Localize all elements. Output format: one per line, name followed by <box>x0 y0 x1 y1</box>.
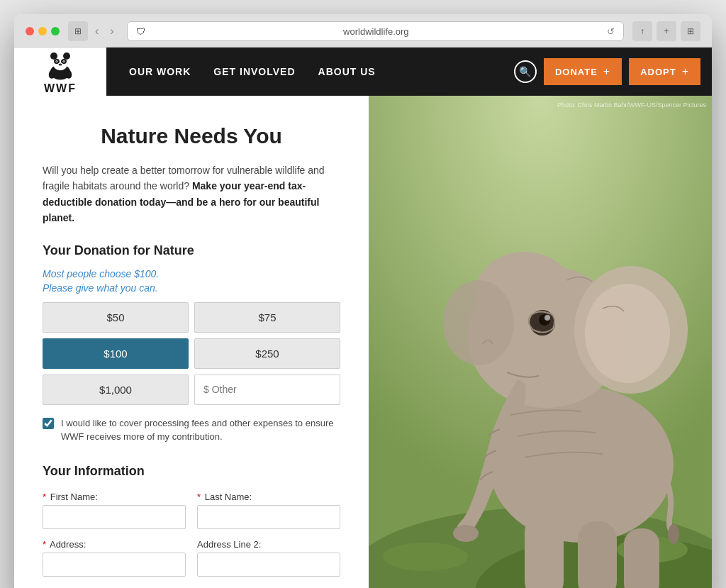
fees-checkbox-row: I would like to cover processing fees an… <box>43 416 340 444</box>
main-content: Nature Needs You Will you help create a … <box>14 96 712 588</box>
address2-label: Address Line 2: <box>197 539 340 550</box>
nav-actions: 🔍 DONATE + ADOPT + <box>503 48 712 96</box>
adopt-button[interactable]: ADOPT + <box>629 58 700 85</box>
share-button[interactable]: ↑ <box>632 21 652 41</box>
fees-checkbox[interactable] <box>43 418 54 429</box>
svg-rect-29 <box>578 521 617 588</box>
browser-nav: ⊞ ‹ › <box>68 21 118 41</box>
donation-section-title: Your Donation for Nature <box>43 243 340 258</box>
address2-group: Address Line 2: <box>197 539 340 577</box>
adopt-plus-icon: + <box>682 65 689 78</box>
amount-50-button[interactable]: $50 <box>43 302 189 333</box>
suggestion-line1: Most people choose $100. <box>43 268 340 279</box>
nav-our-work[interactable]: OUR WORK <box>121 60 199 83</box>
panda-icon <box>43 49 78 81</box>
url-display: worldwildlife.org <box>151 26 601 37</box>
name-row: * First Name: * Last Name: <box>43 492 340 529</box>
adopt-label: ADOPT <box>640 67 676 77</box>
address-input[interactable] <box>43 553 186 577</box>
last-name-input[interactable] <box>197 505 340 529</box>
fees-checkbox-label: I would like to cover processing fees an… <box>61 416 340 444</box>
donation-panel: Nature Needs You Will you help create a … <box>14 96 369 588</box>
amount-75-button[interactable]: $75 <box>194 302 340 333</box>
page-heading: Nature Needs You <box>43 124 340 148</box>
browser-titlebar: ⊞ ‹ › 🛡 worldwildlife.org ↺ ↑ + ⊞ <box>14 14 712 48</box>
intro-paragraph: Will you help create a better tomorrow f… <box>43 162 340 226</box>
donation-amount-grid: $50 $75 $100 $250 $1,000 <box>43 302 340 405</box>
info-section-title: Your Information <box>43 464 340 479</box>
address-bar[interactable]: 🛡 worldwildlife.org ↺ <box>127 21 624 41</box>
donate-label: DONATE <box>555 67 598 77</box>
other-amount-input[interactable] <box>194 375 340 405</box>
svg-point-37 <box>668 524 679 544</box>
browser-window: ⊞ ‹ › 🛡 worldwildlife.org ↺ ↑ + ⊞ <box>14 14 712 588</box>
svg-point-24 <box>453 525 479 542</box>
address-row: * Address: Address Line 2: <box>43 539 340 577</box>
address-label: * Address: <box>43 539 186 550</box>
last-name-label: * Last Name: <box>197 492 340 502</box>
minimize-dot[interactable] <box>38 27 47 35</box>
maximize-dot[interactable] <box>51 27 60 35</box>
reload-button[interactable]: ↺ <box>607 26 615 37</box>
first-name-required-star: * <box>43 492 46 502</box>
first-name-input[interactable] <box>43 505 186 529</box>
svg-point-16 <box>383 543 468 571</box>
elephant-illustration <box>369 96 712 588</box>
svg-point-9 <box>63 60 65 62</box>
last-name-group: * Last Name: <box>197 492 340 529</box>
grid-button[interactable]: ⊞ <box>681 21 700 41</box>
nav-links: OUR WORK GET INVOLVED ABOUT US <box>106 48 503 96</box>
last-name-required-star: * <box>197 492 201 502</box>
wwf-text-label: WWF <box>44 82 77 95</box>
logo-area: WWF <box>14 48 106 96</box>
svg-rect-30 <box>624 528 659 588</box>
nav-get-involved[interactable]: GET INVOLVED <box>205 60 303 83</box>
svg-point-22 <box>585 284 670 383</box>
svg-point-27 <box>544 315 550 321</box>
lock-icon: 🛡 <box>136 26 145 37</box>
donate-plus-icon: + <box>603 65 610 78</box>
svg-point-23 <box>443 280 514 365</box>
suggestion-line2: Please give what you can. <box>43 282 340 294</box>
amount-250-button[interactable]: $250 <box>194 338 340 369</box>
main-navigation: WWF OUR WORK GET INVOLVED ABOUT US 🔍 DON… <box>14 48 712 96</box>
back-button[interactable]: ‹ <box>91 23 103 39</box>
window-controls <box>26 27 60 35</box>
donate-button[interactable]: DONATE + <box>544 58 622 85</box>
amount-100-button[interactable]: $100 <box>43 338 189 369</box>
first-name-group: * First Name: <box>43 492 186 529</box>
elephant-image-panel: Photo: Chris Martin Bahr/WWF-US/Spencer … <box>369 96 712 588</box>
website-content: WWF OUR WORK GET INVOLVED ABOUT US 🔍 DON… <box>14 48 712 588</box>
window-toggle-button[interactable]: ⊞ <box>68 21 88 41</box>
svg-point-3 <box>63 52 70 60</box>
forward-button[interactable]: › <box>106 23 118 39</box>
svg-point-10 <box>59 63 62 65</box>
address-group: * Address: <box>43 539 186 577</box>
wwf-logo[interactable]: WWF <box>43 49 78 95</box>
svg-point-8 <box>56 60 57 62</box>
photo-credit: Photo: Chris Martin Bahr/WWF-US/Spencer … <box>557 101 706 109</box>
address-required-star: * <box>43 539 46 550</box>
search-icon: 🔍 <box>519 66 531 77</box>
svg-rect-28 <box>525 514 564 588</box>
nav-about-us[interactable]: ABOUT US <box>310 60 384 83</box>
amount-1000-button[interactable]: $1,000 <box>43 375 189 405</box>
svg-point-2 <box>50 52 57 60</box>
address2-input[interactable] <box>197 553 340 577</box>
browser-toolbar-right: ↑ + ⊞ <box>632 21 700 41</box>
first-name-label: * First Name: <box>43 492 186 502</box>
new-tab-button[interactable]: + <box>657 21 676 41</box>
search-button[interactable]: 🔍 <box>514 60 537 83</box>
close-dot[interactable] <box>26 27 34 35</box>
